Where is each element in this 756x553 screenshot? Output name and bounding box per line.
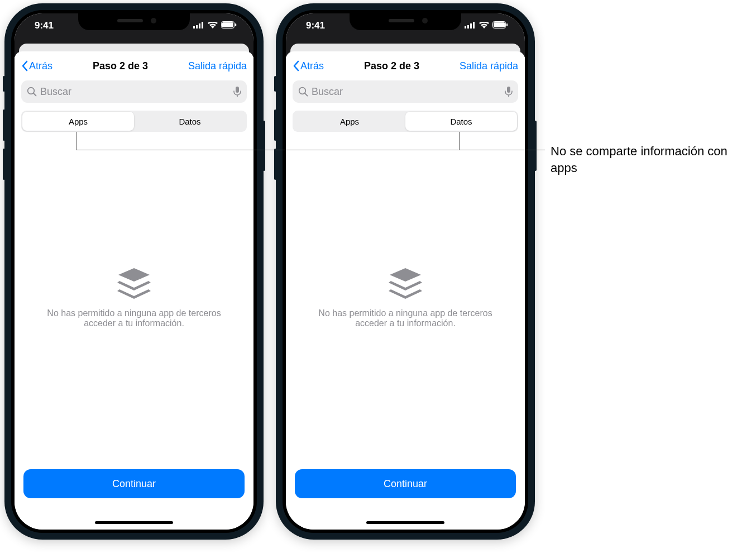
- home-indicator[interactable]: [366, 521, 444, 524]
- annotation-line: [76, 150, 545, 150]
- home-indicator[interactable]: [95, 521, 173, 524]
- search-placeholder: Buscar: [40, 86, 71, 98]
- svg-rect-14: [473, 22, 475, 28]
- svg-rect-2: [199, 23, 200, 28]
- empty-message: No has permitido a ninguna app de tercer…: [307, 308, 504, 328]
- svg-rect-9: [236, 87, 239, 93]
- status-time: 9:41: [35, 20, 54, 31]
- chevron-left-icon: [21, 60, 28, 71]
- iphone-device: 9:41: [4, 3, 264, 540]
- battery-icon: [221, 20, 237, 31]
- wifi-icon: [208, 20, 218, 31]
- empty-message: No has permitido a ninguna app de tercer…: [36, 308, 232, 328]
- quick-exit-button[interactable]: Salida rápida: [460, 60, 518, 72]
- svg-rect-13: [470, 23, 472, 28]
- wifi-icon: [479, 20, 489, 31]
- microphone-icon[interactable]: [233, 86, 241, 97]
- back-label: Atrás: [29, 60, 52, 72]
- microphone-icon[interactable]: [505, 86, 513, 97]
- annotation-callout: No se comparte información con apps: [551, 143, 740, 176]
- iphone-device: 9:41: [276, 3, 535, 540]
- svg-rect-20: [507, 87, 510, 93]
- status-time: 9:41: [306, 20, 325, 31]
- continue-button[interactable]: Continuar: [295, 469, 516, 498]
- sheet: Atrás Paso 2 de 3 Salida rápida Buscar A…: [286, 51, 525, 530]
- quick-exit-button[interactable]: Salida rápida: [188, 60, 247, 72]
- battery-icon: [492, 20, 508, 31]
- tab-data[interactable]: Datos: [134, 112, 246, 131]
- svg-rect-6: [235, 23, 236, 26]
- svg-rect-3: [202, 22, 203, 28]
- svg-rect-12: [467, 25, 469, 28]
- stack-icon: [387, 267, 423, 299]
- page-title: Paso 2 de 3: [364, 60, 419, 72]
- svg-line-8: [34, 93, 36, 96]
- status-indicators: [193, 20, 237, 31]
- empty-state: No has permitido a ninguna app de tercer…: [293, 126, 518, 469]
- tab-data[interactable]: Datos: [405, 112, 517, 131]
- chevron-left-icon: [293, 60, 299, 71]
- svg-rect-5: [222, 22, 233, 27]
- svg-rect-16: [494, 22, 505, 27]
- back-button[interactable]: Atrás: [21, 60, 52, 72]
- tab-apps[interactable]: Apps: [294, 112, 405, 131]
- svg-rect-1: [196, 25, 198, 28]
- segmented-control: Apps Datos: [293, 111, 518, 132]
- status-indicators: [465, 20, 508, 31]
- svg-line-19: [305, 93, 308, 96]
- back-button[interactable]: Atrás: [293, 60, 324, 72]
- svg-rect-17: [506, 23, 508, 26]
- annotation-line: [76, 132, 76, 150]
- search-input[interactable]: Buscar: [21, 80, 247, 103]
- svg-rect-11: [465, 26, 466, 28]
- tab-apps[interactable]: Apps: [22, 112, 134, 131]
- sheet: Atrás Paso 2 de 3 Salida rápida Buscar A…: [15, 51, 253, 530]
- empty-state: No has permitido a ninguna app de tercer…: [21, 126, 247, 469]
- notch: [78, 13, 190, 30]
- notch: [350, 13, 461, 30]
- cellular-icon: [465, 20, 476, 31]
- search-icon: [27, 87, 37, 97]
- cellular-icon: [193, 20, 204, 31]
- svg-rect-0: [193, 26, 195, 28]
- search-input[interactable]: Buscar: [293, 80, 518, 103]
- continue-button[interactable]: Continuar: [23, 469, 245, 498]
- stack-icon: [116, 267, 152, 299]
- annotation-line: [459, 132, 460, 150]
- search-placeholder: Buscar: [312, 86, 343, 98]
- search-icon: [298, 87, 308, 97]
- segmented-control: Apps Datos: [21, 111, 247, 132]
- page-title: Paso 2 de 3: [93, 60, 148, 72]
- back-label: Atrás: [300, 60, 324, 72]
